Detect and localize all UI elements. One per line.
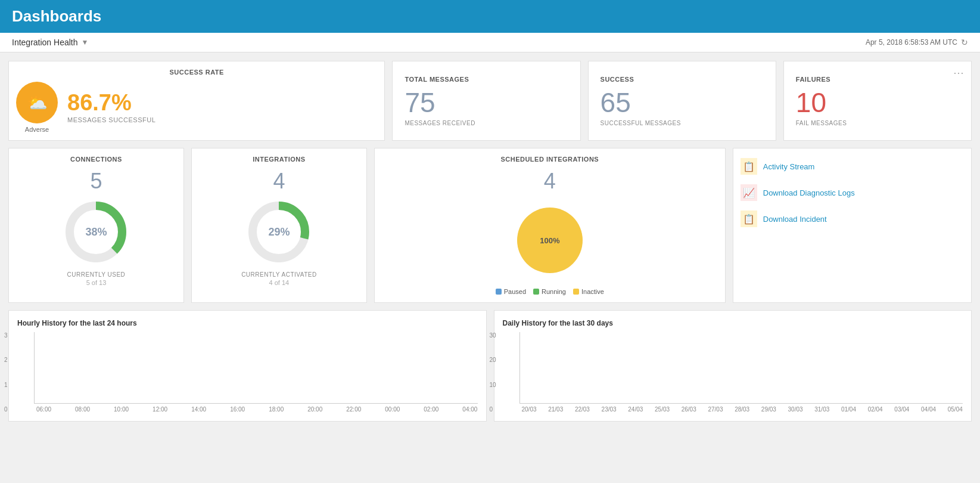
daily-x-15: 04/04 [921,406,936,413]
total-messages-sub: MESSAGES RECEIVED [405,120,475,126]
hourly-x-6: 18:00 [269,406,284,413]
activity-stream-icon: 📋 [741,158,757,175]
daily-x-14: 03/04 [894,406,909,413]
legend-running-dot [533,289,539,295]
connections-count: 5 [90,169,102,194]
daily-x-16: 05/04 [948,406,963,413]
failures-value: 10 [796,89,826,116]
daily-x-8: 28/03 [735,406,749,413]
daily-x-13: 02/04 [868,406,883,413]
hourly-chart-inner: 06:00 08:00 10:00 12:00 14:00 16:00 18:0… [34,332,478,413]
timestamp-area: Apr 5, 2018 6:58:53 AM UTC ↻ [866,38,968,47]
daily-x-9: 29/03 [761,406,776,413]
success-rate-card: SUCCESS RATE ⛅ Adverse 86.7% MESSAGES SU… [8,61,385,141]
row2-mid: CONNECTIONS 5 38% CURRENTLY USED 5 of 13 [8,148,726,303]
dashboard-selector[interactable]: Integration Health ▼ [12,38,88,47]
failures-title: FAILURES [796,76,830,83]
refresh-icon[interactable]: ↻ [961,38,968,47]
daily-x-0: 20/03 [522,406,537,413]
daily-bars-area [519,332,963,404]
scheduled-title: SCHEDULED INTEGRATIONS [500,156,599,163]
success-rate-title: SUCCESS RATE [16,69,377,76]
integrations-label: CURRENTLY ACTIVATED [241,271,317,278]
integrations-percent: 29% [268,226,290,239]
hourly-x-11: 04:00 [462,406,477,413]
hourly-x-1: 08:00 [75,406,90,413]
activity-stream-label: Activity Stream [763,162,815,171]
legend-paused-dot [496,289,502,295]
sub-header: Integration Health ▼ Apr 5, 2018 6:58:53… [0,33,980,52]
daily-y10: 10 [490,382,496,388]
activity-stream-link[interactable]: 📋 Activity Stream [741,158,964,175]
hourly-bars-area [34,332,478,404]
hourly-bars-container [35,332,478,403]
connections-donut: 5 38% CURRENTLY USED 5 of 13 [16,169,176,286]
daily-x-6: 26/03 [682,406,696,413]
chevron-down-icon[interactable]: ▼ [82,38,89,47]
scheduled-pie: 100% [508,199,592,282]
success-value: 65 [601,89,631,116]
daily-chart-card: Daily History for the last 30 days 30 20… [494,310,972,422]
download-incident-label: Download Incident [763,215,827,224]
scheduled-card: SCHEDULED INTEGRATIONS 4 100% Paused [374,148,726,303]
total-messages-title: TOTAL MESSAGES [405,76,469,83]
total-messages-card: TOTAL MESSAGES 75 MESSAGES RECEIVED [392,61,580,141]
download-incident-icon: 📋 [741,210,757,227]
success-rate-values: 86.7% MESSAGES SUCCESSFUL [67,91,155,123]
hourly-x-0: 06:00 [36,406,51,413]
integrations-donut-svg: 29% [243,196,315,268]
daily-x-12: 01/04 [841,406,856,413]
hourly-y1: 1 [4,382,8,388]
daily-chart-area: 30 20 10 0 [503,332,963,413]
integrations-count: 4 [273,169,285,194]
hourly-y0: 0 [4,406,8,413]
daily-x-3: 23/03 [602,406,617,413]
sidebar-card: 📋 Activity Stream 📈 Download Diagnostic … [733,148,972,303]
legend-paused: Paused [496,288,526,295]
download-diagnostic-link[interactable]: 📈 Download Diagnostic Logs [741,184,964,201]
dashboard-content: SUCCESS RATE ⛅ Adverse 86.7% MESSAGES SU… [0,52,980,430]
integrations-donut: 4 29% CURRENTLY ACTIVATED 4 of 14 [199,169,359,286]
connections-percent: 38% [85,226,107,239]
scheduled-count: 4 [544,169,556,194]
daily-x-11: 31/03 [814,406,829,413]
success-card: SUCCESS 65 SUCCESSFUL MESSAGES [588,61,776,141]
download-diagnostic-label: Download Diagnostic Logs [763,188,855,197]
hourly-x-5: 16:00 [230,406,245,413]
row2-wrapper: CONNECTIONS 5 38% CURRENTLY USED 5 of 13 [8,148,972,303]
daily-x-2: 22/03 [575,406,590,413]
messages-successful-label: MESSAGES SUCCESSFUL [67,116,155,123]
hourly-x-7: 20:00 [307,406,322,413]
page-title: Dashboards [12,7,101,25]
connections-donut-svg: 38% [60,196,132,268]
hourly-x-8: 22:00 [346,406,361,413]
daily-y30: 30 [490,332,496,339]
daily-x-labels: 20/03 21/03 22/03 23/03 24/03 25/03 26/0… [519,406,963,413]
legend-inactive-label: Inactive [581,288,604,295]
failures-menu-icon[interactable]: ⋯ [953,66,964,79]
page-header: Dashboards [0,0,980,33]
sun-icon-wrap: ⛅ Adverse [16,82,58,133]
hourly-chart-title: Hourly History for the last 24 hours [17,319,478,327]
legend-paused-label: Paused [504,288,526,295]
row-charts: Hourly History for the last 24 hours 3 2… [8,310,972,422]
daily-chart-inner: 20/03 21/03 22/03 23/03 24/03 25/03 26/0… [519,332,963,413]
dashboard-name: Integration Health [12,38,78,47]
download-incident-link[interactable]: 📋 Download Incident [741,210,964,227]
daily-x-1: 21/03 [548,406,563,413]
hourly-chart-area: 3 2 1 0 [17,332,478,413]
daily-x-7: 27/03 [708,406,723,413]
hourly-x-9: 00:00 [385,406,400,413]
timestamp: Apr 5, 2018 6:58:53 AM UTC [866,38,957,47]
success-rate-inner: ⛅ Adverse 86.7% MESSAGES SUCCESSFUL [16,82,377,133]
hourly-x-4: 14:00 [191,406,206,413]
daily-bars-container [520,332,963,403]
daily-x-4: 24/03 [628,406,643,413]
integrations-sublabel: 4 of 14 [269,279,290,286]
daily-y-labels: 30 20 10 0 [490,332,496,413]
row-metrics: SUCCESS RATE ⛅ Adverse 86.7% MESSAGES SU… [8,61,972,141]
connections-title: CONNECTIONS [16,156,176,163]
legend-running-label: Running [542,288,566,295]
connections-sublabel: 5 of 13 [86,279,107,286]
hourly-x-10: 02:00 [424,406,438,413]
